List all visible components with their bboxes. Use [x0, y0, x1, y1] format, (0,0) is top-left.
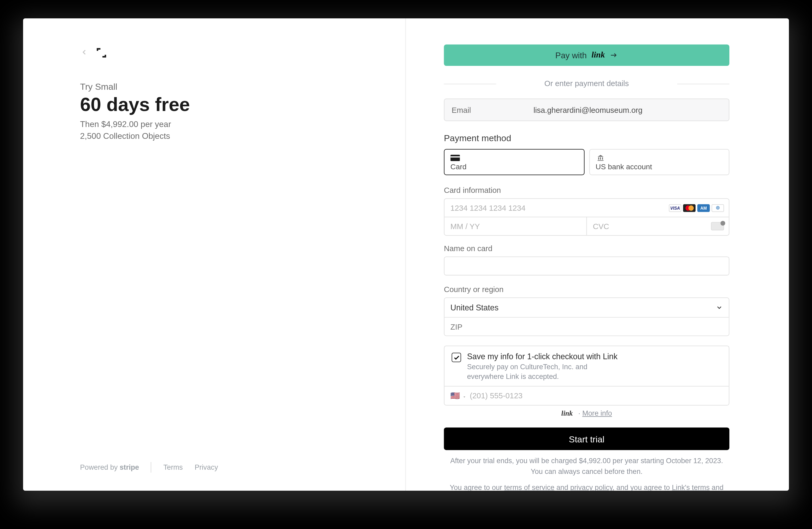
stripe-logo: stripe: [120, 463, 139, 472]
start-trial-button[interactable]: Start trial: [444, 428, 729, 450]
payment-method-card[interactable]: Card: [444, 149, 584, 175]
save-info-checkbox[interactable]: [452, 353, 461, 362]
chevron-down-icon: [716, 304, 723, 311]
privacy-link[interactable]: Privacy: [194, 463, 218, 472]
back-arrow-icon[interactable]: [80, 48, 88, 58]
footer: Powered by stripe Terms Privacy: [80, 462, 348, 473]
tos-link[interactable]: terms of service: [504, 483, 554, 491]
bank-icon: [596, 154, 605, 161]
plan-sub-line: 2,500 Collection Objects: [80, 131, 348, 141]
name-on-card-input[interactable]: [444, 256, 729, 275]
email-display: Email lisa.gherardini@leomuseum.org: [444, 99, 729, 121]
name-on-card-label: Name on card: [444, 244, 729, 253]
country-label: Country or region: [444, 285, 729, 294]
arrow-right-icon: [610, 51, 618, 59]
phone-country-flag[interactable]: 🇺🇸: [450, 391, 466, 400]
card-expiry-input[interactable]: [450, 222, 580, 231]
visa-icon: VISA: [669, 204, 681, 212]
diners-icon: ◎: [712, 204, 724, 212]
email-label: Email: [452, 105, 471, 114]
pay-with-link-button[interactable]: Pay with link: [444, 45, 729, 66]
merchant-logo-icon: [96, 47, 107, 59]
privacy-policy-link[interactable]: privacy policy: [570, 483, 612, 491]
svg-rect-1: [450, 156, 460, 158]
legal-fine-print: You agree to our terms of service and pr…: [444, 483, 729, 491]
payment-method-bank-label: US bank account: [596, 163, 723, 171]
country-select[interactable]: United States: [445, 298, 729, 317]
powered-by-label: Powered by: [80, 463, 117, 472]
save-info-desc: Securely pay on CultureTech, Inc. and ev…: [467, 362, 610, 381]
pay-with-link-prefix: Pay with: [555, 51, 587, 60]
payment-method-card-label: Card: [450, 163, 578, 171]
footer-divider: [151, 462, 151, 473]
amex-icon: AM: [697, 204, 710, 212]
plan-headline: 60 days free: [80, 94, 348, 116]
email-value: lisa.gherardini@leomuseum.org: [471, 105, 705, 114]
plan-try-label: Try Small: [80, 81, 348, 91]
card-info-label: Card information: [444, 186, 729, 195]
payment-method-bank[interactable]: US bank account: [589, 149, 729, 175]
phone-input[interactable]: [470, 391, 723, 400]
link-more-info-link[interactable]: More info: [582, 409, 612, 418]
card-icon: [450, 154, 460, 161]
terms-link[interactable]: Terms: [163, 463, 183, 472]
svg-rect-0: [450, 155, 460, 161]
zip-input[interactable]: [445, 318, 729, 335]
link-terms-link[interactable]: Link's terms: [672, 483, 710, 491]
card-brand-icons: VISA AM ◎: [669, 204, 724, 212]
plan-then-line: Then $4,992.00 per year: [80, 119, 348, 129]
mastercard-icon: [683, 204, 696, 212]
trial-fine-print: After your trial ends, you will be charg…: [444, 456, 729, 477]
card-cvc-input[interactable]: [593, 222, 723, 231]
link-more-info: link · More info: [444, 409, 729, 418]
country-value: United States: [450, 303, 498, 312]
payment-method-title: Payment method: [444, 133, 729, 143]
save-info-title: Save my info for 1-click checkout with L…: [467, 352, 618, 361]
divider-or-enter: Or enter payment details: [444, 79, 729, 88]
link-brand-small-icon: link: [561, 409, 573, 418]
caret-down-icon: [462, 395, 466, 399]
link-brand-icon: link: [591, 51, 605, 60]
cvc-icon: [711, 222, 724, 230]
